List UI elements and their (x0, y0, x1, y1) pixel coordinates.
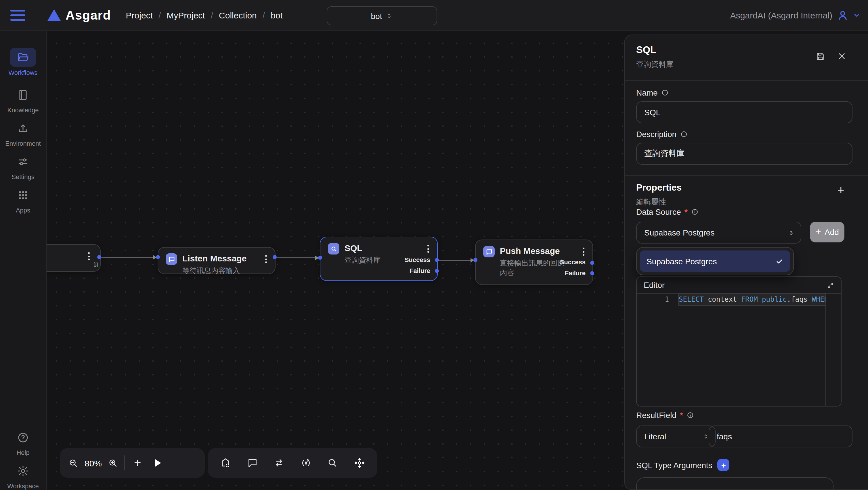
info-icon[interactable] (661, 89, 669, 97)
user-icon[interactable] (836, 9, 849, 22)
required-asterisk: * (684, 207, 688, 217)
breadcrumb-bot[interactable]: bot (271, 10, 283, 20)
node-title: Push Message (500, 246, 568, 257)
node-listen-message[interactable]: Listen Message 等待訊息內容輸入 (158, 247, 276, 274)
input-port[interactable] (473, 258, 477, 262)
output-label-failure: Failure (368, 267, 430, 274)
dropdown-option-supabase-postgres[interactable]: Supabase Postgres (640, 251, 790, 272)
tools-toolbar (208, 448, 377, 478)
output-label-success: Success (368, 256, 430, 263)
chevron-down-icon[interactable] (852, 11, 861, 20)
sql-type-arguments-row: SQL Type Arguments + (636, 459, 730, 471)
output-port-failure[interactable] (435, 269, 439, 273)
data-source-label-row: Data Source * (636, 207, 699, 217)
node-title: SQL (345, 243, 380, 254)
sidebar-item-knowledge[interactable]: Knowledge (0, 85, 46, 113)
add-data-source-button[interactable]: + Add (810, 222, 844, 242)
upload-icon (17, 122, 29, 135)
line-number: 1 (637, 295, 678, 304)
required-asterisk: * (680, 410, 683, 420)
description-input[interactable]: 查詢資料庫 (636, 143, 852, 165)
save-icon[interactable] (815, 51, 826, 62)
output-port[interactable] (97, 255, 101, 259)
help-circle-icon (17, 431, 29, 444)
folder-open-icon (17, 51, 29, 64)
breadcrumb-project[interactable]: Project (126, 10, 153, 20)
add-sql-type-argument-button[interactable]: + (718, 459, 730, 471)
edge-listen-to-sql (274, 257, 320, 258)
sql-type-arguments-box (636, 477, 834, 490)
panel-subtitle: 查詢資料庫 (636, 59, 674, 70)
magnifier-icon (328, 243, 339, 255)
breadcrumb-myproject[interactable]: MyProject (166, 10, 205, 20)
bulb-refresh-icon[interactable] (300, 457, 312, 469)
asgard-logo-icon (47, 9, 61, 21)
sidebar: Workflows Knowledge Environment Settings… (0, 30, 46, 490)
input-port[interactable] (318, 256, 322, 260)
panel-title: SQL (636, 44, 656, 56)
close-icon[interactable] (837, 51, 847, 61)
sidebar-item-help[interactable]: Help (0, 428, 46, 456)
result-field-input[interactable]: faqs (709, 426, 852, 448)
workflow-select[interactable]: bot (327, 6, 437, 25)
zoom-toolbar: 80% + (60, 448, 205, 478)
toolbar-divider (124, 456, 125, 470)
move-fit-icon[interactable] (354, 457, 365, 469)
output-port-success[interactable] (590, 261, 594, 265)
sidebar-item-apps[interactable]: Apps (0, 185, 46, 213)
info-icon[interactable] (686, 411, 694, 419)
input-port[interactable] (156, 255, 160, 259)
sidebar-item-environment[interactable]: Environment (0, 119, 46, 147)
description-label-row: Description (636, 129, 688, 139)
swap-arrows-icon[interactable] (274, 457, 285, 469)
node-menu-icon[interactable] (426, 243, 430, 255)
search-icon[interactable] (327, 457, 339, 469)
data-source-select[interactable]: Supabase Postgres (636, 222, 801, 243)
node-config-panel: SQL 查詢資料庫 Name SQL Description 查詢資料庫 Pro… (624, 34, 868, 490)
hamburger-menu-icon[interactable] (10, 10, 25, 21)
properties-heading: Properties (636, 182, 682, 193)
properties-subtitle: 編輯屬性 (636, 197, 666, 207)
name-label-row: Name (636, 88, 669, 97)
code-line-1[interactable]: SELECT context FROM public.faqs WHERE id… (678, 293, 826, 306)
play-icon[interactable] (155, 459, 161, 467)
node-menu-icon[interactable] (87, 251, 91, 262)
zoom-level: 80% (85, 458, 102, 468)
comment-icon[interactable] (247, 457, 258, 469)
zoom-out-icon[interactable] (68, 458, 79, 468)
top-bar: Asgard Project / MyProject / Collection … (0, 0, 868, 31)
add-icon[interactable]: + (131, 456, 145, 470)
code-area[interactable]: 1 SELECT context FROM public.faqs WHERE … (637, 294, 841, 406)
result-type-select[interactable]: Literal (636, 426, 716, 448)
sidebar-item-workflows[interactable]: Workflows (0, 48, 46, 76)
plus-icon: + (815, 226, 821, 238)
output-port[interactable] (272, 255, 276, 259)
output-label-success: Success (523, 259, 586, 265)
check-icon (775, 257, 783, 265)
breadcrumb-collection[interactable]: Collection (219, 10, 257, 20)
info-icon[interactable] (691, 208, 699, 216)
info-icon[interactable] (680, 130, 688, 138)
sidebar-item-settings[interactable]: Settings (0, 152, 46, 180)
sliders-icon (17, 155, 29, 168)
node-subtitle: 等待訊息內容輸入 (182, 266, 246, 276)
sidebar-item-workspace[interactable]: Workspace (0, 461, 46, 489)
name-input[interactable]: SQL (636, 102, 852, 123)
output-port-failure[interactable] (590, 271, 594, 275)
node-partial[interactable]: 訊 (46, 244, 101, 272)
add-property-icon[interactable]: + (838, 184, 844, 197)
book-icon (17, 88, 29, 101)
chat-bubble-icon (483, 246, 495, 257)
output-port-success[interactable] (435, 258, 439, 262)
expand-icon[interactable] (827, 281, 834, 289)
node-menu-icon[interactable] (264, 253, 268, 265)
add-node-icon[interactable] (220, 457, 231, 469)
sql-editor[interactable]: Editor 1 SELECT context FROM public.faqs… (636, 277, 841, 406)
node-title: Listen Message (182, 253, 246, 264)
account-label: AsgardAI (Asgard Internal) (730, 0, 832, 30)
result-field-label-row: ResultField * (636, 410, 694, 420)
editor-ruler (826, 294, 826, 406)
node-menu-icon[interactable] (582, 246, 586, 257)
zoom-in-icon[interactable] (107, 458, 119, 468)
apps-grid-icon (17, 189, 29, 201)
